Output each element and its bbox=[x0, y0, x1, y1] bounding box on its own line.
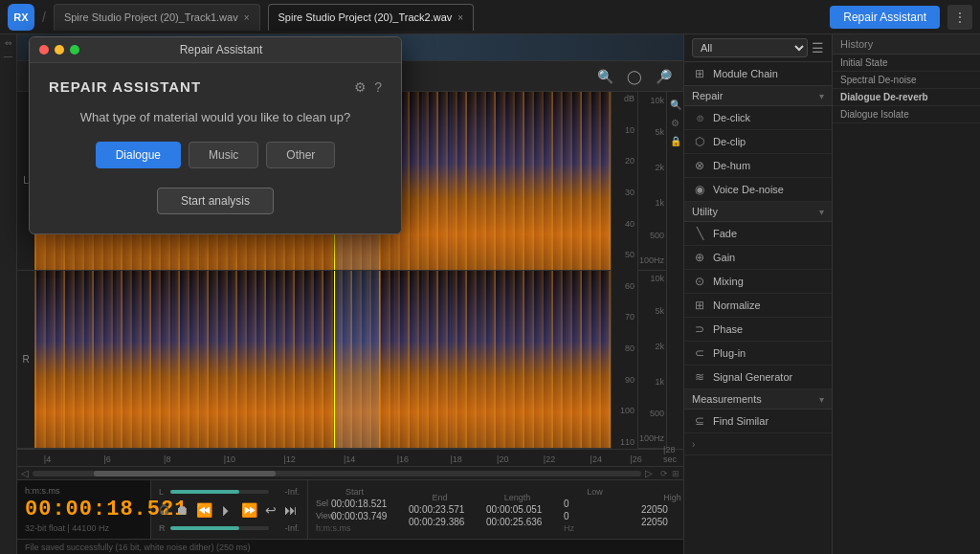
loop-icon[interactable]: ⟳ bbox=[660, 469, 668, 478]
utility-section-header[interactable]: Utility ▾ bbox=[684, 202, 832, 222]
rp-find-similar[interactable]: ⊆ Find Similar bbox=[684, 410, 832, 433]
length-view-row: 00:00:25.636 bbox=[486, 517, 548, 527]
tick-8: |8 bbox=[164, 454, 170, 464]
tab-track2-label: Spire Studio Project (20)_Track2.wav bbox=[278, 11, 453, 23]
rp-plugin[interactable]: ⊂ Plug-in bbox=[684, 342, 832, 366]
hist-dialogue-dereverb[interactable]: Dialogue De-reverb bbox=[833, 89, 980, 106]
stats-area: Start Sel 00:00:18.521 View 00:00:03.749… bbox=[308, 480, 683, 539]
normalize-label: Normalize bbox=[713, 299, 761, 311]
left-tool2-icon[interactable]: — bbox=[4, 52, 12, 61]
dialog-help-btn[interactable]: ? bbox=[374, 79, 382, 95]
dialog-question: What type of material would you like to … bbox=[49, 110, 382, 124]
rp-declip[interactable]: ⬡ De-clip bbox=[684, 130, 832, 154]
rp-phase[interactable]: ⊃ Phase bbox=[684, 318, 832, 342]
hscroll-track[interactable] bbox=[33, 471, 641, 476]
left-strip: ⇔ — bbox=[0, 34, 17, 554]
db-80: 80 bbox=[612, 343, 635, 353]
rp-voice-denoise[interactable]: ◉ Voice De-noise bbox=[684, 178, 832, 202]
mixing-icon: ⊙ bbox=[692, 274, 707, 289]
rp-gain[interactable]: ⊕ Gain bbox=[684, 246, 832, 270]
loop-btn[interactable]: ↩ bbox=[263, 500, 278, 520]
module-chain-item[interactable]: ⊞ Module Chain bbox=[684, 62, 832, 86]
skip-end-btn[interactable]: ⏭ bbox=[282, 500, 300, 520]
hscroll-thumb[interactable] bbox=[94, 471, 277, 476]
vol-l-val: -Inf. bbox=[273, 487, 300, 497]
tick-24: |24 bbox=[590, 454, 602, 464]
start-analysis-btn[interactable]: Start analysis bbox=[157, 188, 274, 214]
headphones-icon[interactable]: 🎧 bbox=[159, 505, 169, 515]
menu-icon-button[interactable]: ⋮ bbox=[947, 5, 972, 30]
db-90: 90 bbox=[612, 375, 635, 385]
freq-channel-l: 10k 5k 2k 1k 500 100Hz bbox=[638, 92, 666, 271]
dialogue-btn[interactable]: Dialogue bbox=[96, 142, 181, 168]
left-tool-icon[interactable]: ⇔ bbox=[5, 38, 12, 48]
rp-signal-gen[interactable]: ≋ Signal Generator bbox=[684, 366, 832, 389]
zoom-strip-icon[interactable]: 🔍 bbox=[670, 100, 681, 110]
tick-10: |10 bbox=[224, 454, 235, 464]
repair-section-title: Repair bbox=[692, 90, 723, 101]
measurements-section-header[interactable]: Measurements ▾ bbox=[684, 389, 832, 410]
db-100: 100 bbox=[612, 406, 635, 415]
logo-separator: / bbox=[42, 10, 46, 25]
signal-gen-icon: ≋ bbox=[692, 369, 707, 385]
hist-spectral-denoise[interactable]: Spectral De-noise bbox=[833, 72, 980, 89]
vol-l-track[interactable] bbox=[170, 490, 269, 494]
record-btn[interactable]: ⏺ bbox=[173, 500, 190, 520]
tab-track2[interactable]: Spire Studio Project (20)_Track2.wav × bbox=[268, 4, 475, 31]
freq-10k: 10k bbox=[650, 96, 664, 105]
time-ruler: |4 |6 |8 |10 |12 |14 |16 |18 |20 |22 |24… bbox=[17, 449, 683, 466]
tab-track1-close[interactable]: × bbox=[244, 12, 250, 23]
db-30: 30 bbox=[612, 188, 635, 197]
dialog-body: REPAIR ASSISTANT ⚙ ? What type of materi… bbox=[30, 63, 401, 233]
tab-track1[interactable]: Spire Studio Project (20)_Track1.wav × bbox=[54, 4, 260, 31]
music-btn[interactable]: Music bbox=[189, 142, 258, 168]
rp-normalize[interactable]: ⊞ Normalize bbox=[684, 294, 832, 318]
rp-declick[interactable]: ⌾ De-click bbox=[684, 106, 832, 130]
tc-label: h:m:s.ms bbox=[25, 486, 143, 496]
length-header: Length bbox=[486, 493, 548, 502]
measurements-section-arrow: ▾ bbox=[819, 394, 824, 405]
db-70: 70 bbox=[612, 312, 635, 321]
dialog-dot-red[interactable] bbox=[39, 45, 49, 55]
zoom-out[interactable]: 🔍 bbox=[593, 67, 617, 86]
repair-section-header[interactable]: Repair ▾ bbox=[684, 86, 832, 106]
hscroll[interactable]: ◁ ▷ ⟳ ⊞ bbox=[17, 466, 683, 479]
expand-arrow-btn[interactable]: › bbox=[684, 433, 832, 455]
repair-assistant-button[interactable]: Repair Assistant bbox=[830, 6, 940, 29]
settings-strip-icon[interactable]: ⚙ bbox=[671, 118, 679, 128]
high-header: High bbox=[641, 493, 683, 502]
dehum-label: De-hum bbox=[713, 160, 750, 171]
play-btn[interactable]: ⏪ bbox=[194, 500, 214, 520]
stat-group-length: Length 00:00:05.051 00:00:25.636 bbox=[486, 493, 548, 527]
fwd-btn[interactable]: ⏩ bbox=[239, 500, 259, 520]
tick-6: |6 bbox=[103, 454, 110, 464]
tick-16: |16 bbox=[397, 454, 409, 464]
stop-btn[interactable]: ⏵ bbox=[218, 500, 235, 520]
zoom-in[interactable]: 🔎 bbox=[652, 67, 676, 86]
start-sel-row: Sel 00:00:18.521 bbox=[316, 499, 393, 509]
tab-track2-close[interactable]: × bbox=[457, 12, 463, 23]
spec-channel-r[interactable] bbox=[34, 271, 611, 450]
view-ch: View bbox=[316, 511, 327, 521]
other-btn[interactable]: Other bbox=[266, 142, 335, 168]
vol-r-track[interactable] bbox=[170, 526, 269, 530]
db-20: 20 bbox=[612, 156, 635, 166]
rp-filter-select[interactable]: All bbox=[692, 38, 808, 57]
db-label: dB bbox=[612, 94, 635, 103]
hist-initial-state[interactable]: Initial State bbox=[833, 55, 980, 72]
expand-icon: › bbox=[692, 439, 695, 450]
voice-denoise-label: Voice De-noise bbox=[713, 184, 784, 195]
signal-gen-label: Signal Generator bbox=[713, 371, 792, 383]
dialog-settings-btn[interactable]: ⚙ bbox=[354, 79, 367, 95]
snap-icon[interactable]: ⊞ bbox=[672, 469, 679, 478]
rp-mixing[interactable]: ⊙ Mixing bbox=[684, 270, 832, 294]
lock-strip-icon[interactable]: 🔒 bbox=[670, 136, 681, 146]
rp-dehum[interactable]: ⊗ De-hum bbox=[684, 154, 832, 178]
rp-menu-button[interactable]: ☰ bbox=[812, 40, 824, 55]
zoom-slider[interactable]: ◯ bbox=[623, 67, 646, 86]
rp-fade[interactable]: ╲ Fade bbox=[684, 222, 832, 246]
freq-1k: 1k bbox=[655, 198, 664, 208]
db-10: 10 bbox=[612, 125, 635, 135]
mixing-label: Mixing bbox=[713, 276, 744, 287]
hist-dialogue-isolate[interactable]: Dialogue Isolate bbox=[833, 106, 980, 123]
